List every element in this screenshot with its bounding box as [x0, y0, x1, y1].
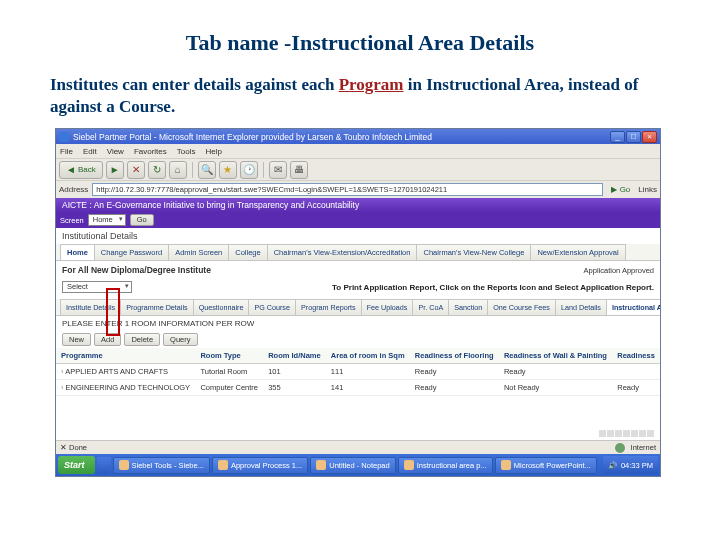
forward-button[interactable]: ► [106, 161, 124, 179]
ie-icon [59, 132, 69, 142]
tab-change-password[interactable]: Change Password [94, 244, 169, 260]
browser-window: Siebel Partner Portal - Microsoft Intern… [55, 128, 661, 477]
tab-chairman-extension[interactable]: Chairman's View-Extension/Accreditation [267, 244, 418, 260]
col-readiness-flooring[interactable]: Readiness of Flooring [410, 348, 499, 364]
links-label[interactable]: Links [638, 185, 657, 194]
menu-edit[interactable]: Edit [83, 147, 97, 156]
address-input[interactable]: http://10.72.30.97:7778/eapproval_enu/st… [92, 183, 603, 196]
app-icon [218, 460, 228, 470]
address-label: Address [59, 185, 88, 194]
page-indicator[interactable] [623, 430, 630, 437]
mail-button[interactable]: ✉ [269, 161, 287, 179]
subtab-pg-course[interactable]: PG Course [248, 299, 296, 315]
slide-description: Institutes can enter details against eac… [50, 74, 670, 118]
status-done: ✕ Done [60, 443, 87, 452]
delete-button[interactable]: Delete [124, 333, 160, 346]
search-button[interactable]: 🔍 [198, 161, 216, 179]
system-tray[interactable]: 🔊 04:33 PM [603, 456, 658, 474]
task-item[interactable]: Approval Process 1... [212, 457, 308, 474]
subtab-pr-coa[interactable]: Pr. CoA [412, 299, 449, 315]
history-button[interactable]: 🕑 [240, 161, 258, 179]
tab-chairman-new-college[interactable]: Chairman's View-New College [416, 244, 531, 260]
refresh-button[interactable]: ↻ [148, 161, 166, 179]
page-indicator[interactable] [607, 430, 614, 437]
table-row[interactable]: APPLIED ARTS AND CRAFTS Tutorial Room 10… [56, 364, 660, 380]
go-button[interactable]: ▶ Go [607, 185, 634, 194]
clock[interactable]: 04:33 PM [621, 461, 653, 470]
subtab-fee-uploads[interactable]: Fee Uploads [361, 299, 414, 315]
tab-admin-screen[interactable]: Admin Screen [168, 244, 229, 260]
section-header: Institutional Details [56, 228, 660, 244]
subtab-one-course-fees[interactable]: One Course Fees [487, 299, 556, 315]
browser-toolbar: ◄ Back ► ✕ ↻ ⌂ 🔍 ★ 🕑 ✉ 🖶 [56, 158, 660, 180]
task-item[interactable]: Instructional area p... [398, 457, 493, 474]
grid-header-row: Programme Room Type Room Id/Name Area of… [56, 348, 660, 364]
col-room-type[interactable]: Room Type [195, 348, 263, 364]
subtab-institute-details[interactable]: Institute Details [60, 299, 121, 315]
favorites-button[interactable]: ★ [219, 161, 237, 179]
app-icon [501, 460, 511, 470]
tab-new-extension-approval[interactable]: New/Extension Approval [530, 244, 625, 260]
tab-college[interactable]: College [228, 244, 267, 260]
new-button[interactable]: New [62, 333, 91, 346]
app-icon [119, 460, 129, 470]
col-area-sqm[interactable]: Area of room in Sqm [326, 348, 410, 364]
browser-statusbar: ✕ Done Internet [56, 440, 660, 454]
filter-select[interactable]: Select [62, 281, 132, 293]
task-item[interactable]: Untitled - Notepad [310, 457, 395, 474]
stop-button[interactable]: ✕ [127, 161, 145, 179]
subtab-instructional-area[interactable]: Instructional Area [606, 299, 660, 315]
add-button[interactable]: Add [94, 333, 121, 346]
task-item[interactable]: Siebel Tools - Siebe... [113, 457, 210, 474]
print-button[interactable]: 🖶 [290, 161, 308, 179]
task-item[interactable]: Microsoft PowerPoint... [495, 457, 597, 474]
subtab-program-reports[interactable]: Program Reports [295, 299, 362, 315]
menu-tools[interactable]: Tools [177, 147, 196, 156]
grid-toolbar: New Add Delete Query [56, 331, 660, 348]
col-readiness-wall[interactable]: Readiness of Wall & Painting [499, 348, 612, 364]
col-programme[interactable]: Programme [56, 348, 195, 364]
windows-taskbar: Start Siebel Tools - Siebe... Approval P… [56, 454, 660, 476]
instructional-area-grid: Programme Room Type Room Id/Name Area of… [56, 348, 660, 396]
per-row-note: PLEASE ENTER 1 ROOM INFORMATION PER ROW [62, 319, 254, 328]
menu-help[interactable]: Help [205, 147, 221, 156]
maximize-button[interactable]: □ [626, 131, 641, 143]
home-button[interactable]: ⌂ [169, 161, 187, 179]
subtab-questionnaire[interactable]: Questionnaire [193, 299, 250, 315]
window-title: Siebel Partner Portal - Microsoft Intern… [73, 132, 610, 142]
main-tabs: Home Change Password Admin Screen Colleg… [56, 244, 660, 261]
tab-home[interactable]: Home [60, 244, 95, 260]
slide-title: Tab name -Instructional Area Details [50, 30, 670, 56]
page-indicator[interactable] [639, 430, 646, 437]
desc-program: Program [339, 75, 404, 94]
desc-part1: Institutes can enter details against eac… [50, 75, 339, 94]
page-indicator[interactable] [615, 430, 622, 437]
page-indicator[interactable] [647, 430, 654, 437]
table-row[interactable]: ENGINEERING AND TECHNOLOGY Computer Cent… [56, 380, 660, 396]
app-icon [404, 460, 414, 470]
screen-label: Screen [60, 216, 84, 225]
browser-menubar: File Edit View Favorites Tools Help [56, 144, 660, 158]
col-readiness[interactable]: Readiness [612, 348, 660, 364]
start-button[interactable]: Start [58, 456, 95, 474]
app-subbanner: Screen Home Go [56, 212, 660, 228]
subtab-land-details[interactable]: Land Details [555, 299, 607, 315]
page-indicator[interactable] [631, 430, 638, 437]
screen-go-button[interactable]: Go [130, 214, 154, 226]
subtab-sanction[interactable]: Sanction [448, 299, 488, 315]
app-icon [316, 460, 326, 470]
col-room-id[interactable]: Room Id/Name [263, 348, 326, 364]
query-button[interactable]: Query [163, 333, 197, 346]
menu-file[interactable]: File [60, 147, 73, 156]
page-indicator[interactable] [599, 430, 606, 437]
menu-favorites[interactable]: Favorites [134, 147, 167, 156]
back-button[interactable]: ◄ Back [59, 161, 103, 179]
close-button[interactable]: × [642, 131, 657, 143]
address-bar: Address http://10.72.30.97:7778/eapprova… [56, 180, 660, 198]
tray-icon[interactable]: 🔊 [608, 461, 617, 470]
minimize-button[interactable]: _ [610, 131, 625, 143]
screen-select[interactable]: Home [88, 214, 126, 226]
menu-view[interactable]: View [107, 147, 124, 156]
subtab-programme-details[interactable]: Programme Details [120, 299, 194, 315]
quick-launch[interactable] [97, 457, 111, 474]
